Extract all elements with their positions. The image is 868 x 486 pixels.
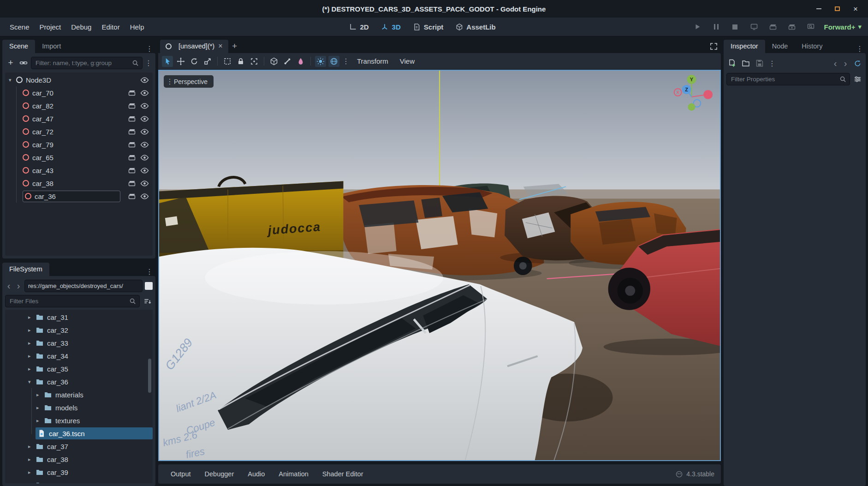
distraction-free-button[interactable] [708, 41, 719, 52]
group-button[interactable] [249, 56, 260, 67]
move-tool-button[interactable] [175, 56, 186, 67]
skeleton-icon[interactable] [282, 56, 293, 67]
chevron-right-icon[interactable]: ▸ [28, 366, 36, 372]
close-button[interactable]: × [851, 5, 860, 13]
instance-scene-button[interactable] [18, 57, 29, 68]
viewport-menu-icon[interactable]: ⋮ [342, 57, 350, 66]
tab-inspector[interactable]: Inspector [724, 40, 765, 53]
save-resource-button[interactable] [754, 58, 765, 69]
tree-row[interactable]: car_82 [5, 99, 153, 112]
load-resource-button[interactable] [740, 58, 751, 69]
add-node-button[interactable]: + [5, 57, 16, 68]
preview-environment-toggle[interactable] [328, 56, 339, 67]
tree-row[interactable]: car_72 [5, 125, 153, 138]
scene-dock-menu-icon[interactable]: ⋮ [145, 44, 154, 53]
file-filter-input[interactable] [9, 297, 126, 305]
scene-tab-unsaved[interactable]: [unsaved](*) × [160, 40, 228, 53]
chevron-right-icon[interactable]: ▸ [28, 482, 36, 484]
menu-project[interactable]: Project [35, 20, 66, 34]
fs-folder-row[interactable]: ▸car_40 [5, 479, 153, 483]
resource-menu-icon[interactable]: ⋮ [768, 59, 776, 68]
tree-row-root[interactable]: ▾ Node3D [5, 73, 153, 86]
tree-row[interactable]: car_38 [5, 177, 153, 190]
tree-row-selected[interactable]: car_36 [5, 190, 153, 203]
chevron-right-icon[interactable]: ▸ [28, 340, 36, 346]
chevron-right-icon[interactable]: ▸ [28, 444, 36, 450]
property-filter-input[interactable] [730, 75, 837, 83]
visibility-eye-icon[interactable] [140, 76, 149, 84]
animation-button[interactable]: Animation [273, 467, 314, 481]
tree-row[interactable]: car_79 [5, 138, 153, 151]
menu-editor[interactable]: Editor [96, 20, 125, 34]
fs-folder-row[interactable]: ▸textures [5, 414, 153, 427]
lock-button[interactable] [235, 56, 246, 67]
remote-deploy-button[interactable] [749, 21, 760, 32]
viewport-3d[interactable]: judocca [158, 70, 721, 461]
transform-menu[interactable]: Transform [352, 55, 393, 67]
local-space-toggle[interactable] [268, 56, 279, 67]
sort-files-button[interactable] [142, 295, 153, 306]
pause-button[interactable] [711, 21, 722, 32]
chevron-right-icon[interactable]: ▸ [28, 314, 36, 320]
workspace-2d-button[interactable]: 2D [349, 23, 369, 31]
maximize-button[interactable] [833, 5, 841, 13]
debugger-button[interactable]: Debugger [199, 467, 240, 481]
workspace-3d-button[interactable]: 3D [381, 23, 401, 31]
scale-tool-button[interactable] [202, 56, 213, 67]
chevron-right-icon[interactable]: ▸ [36, 405, 44, 411]
fs-folder-row[interactable]: ▸car_31 [5, 311, 153, 324]
tab-node[interactable]: Node [765, 40, 795, 53]
chevron-right-icon[interactable]: ▸ [36, 392, 44, 398]
menu-scene[interactable]: Scene [5, 20, 35, 34]
screen-settings-button[interactable] [805, 21, 816, 32]
inspector-back-button[interactable]: ‹ [832, 59, 839, 68]
viewport-canvas[interactable]: judocca [159, 71, 720, 460]
minimize-button[interactable] [814, 5, 823, 13]
visibility-eye-icon[interactable] [140, 102, 149, 110]
tree-row[interactable]: car_43 [5, 164, 153, 177]
visibility-eye-icon[interactable] [140, 153, 149, 162]
perspective-menu[interactable]: ⋮ Perspective [164, 75, 214, 88]
chevron-right-icon[interactable]: ▸ [28, 353, 36, 359]
version-info[interactable]: 4.3.stable [675, 470, 714, 478]
stop-button[interactable] [730, 21, 741, 32]
visibility-eye-icon[interactable] [140, 114, 149, 123]
fs-folder-row[interactable]: ▸car_38 [5, 453, 153, 466]
scene-instance-icon[interactable] [128, 140, 136, 149]
visibility-eye-icon[interactable] [140, 192, 149, 201]
play-button[interactable] [692, 21, 703, 32]
tab-history[interactable]: History [795, 40, 829, 53]
workspace-script-button[interactable]: Script [413, 23, 444, 31]
inspector-menu-icon[interactable]: ⋮ [856, 44, 864, 53]
visibility-eye-icon[interactable] [140, 166, 149, 175]
menu-help[interactable]: Help [125, 20, 149, 34]
visibility-eye-icon[interactable] [140, 140, 149, 149]
new-resource-button[interactable] [726, 58, 737, 69]
scrollbar-thumb[interactable] [148, 359, 151, 393]
fs-folder-row-expanded[interactable]: ▾car_36 [5, 375, 153, 388]
filesystem-menu-icon[interactable]: ⋮ [145, 267, 154, 276]
fs-folder-row[interactable]: ▸models [5, 401, 153, 414]
inspector-forward-button[interactable]: › [842, 59, 849, 68]
new-scene-tab-button[interactable]: + [228, 41, 241, 53]
audio-button[interactable]: Audio [242, 467, 271, 481]
scene-instance-icon[interactable] [128, 102, 136, 110]
title-bar[interactable]: (*) DESTROYED_CARS_3D_ASSETS_PACK_GODOT … [0, 0, 868, 18]
select-tool-button[interactable] [162, 56, 173, 67]
view-menu[interactable]: View [395, 55, 419, 67]
renderer-select[interactable]: Forward+▾ [824, 23, 863, 31]
fs-folder-row[interactable]: ▸car_32 [5, 324, 153, 336]
scene-instance-icon[interactable] [128, 166, 136, 174]
fs-file-row-selected[interactable]: car_36.tscn [5, 427, 153, 440]
menu-debug[interactable]: Debug [66, 20, 96, 34]
scene-instance-icon[interactable] [128, 192, 136, 200]
split-mode-button[interactable] [145, 282, 153, 290]
chevron-down-icon[interactable]: ▾ [9, 77, 16, 83]
property-tools-icon[interactable] [852, 73, 863, 84]
scene-instance-icon[interactable] [128, 127, 136, 136]
scene-filter-input[interactable] [35, 59, 129, 67]
box-select-tool-button[interactable] [222, 56, 233, 67]
rotate-tool-button[interactable] [189, 56, 200, 67]
fs-folder-row[interactable]: ▸car_35 [5, 362, 153, 375]
scene-instance-icon[interactable] [128, 153, 136, 162]
